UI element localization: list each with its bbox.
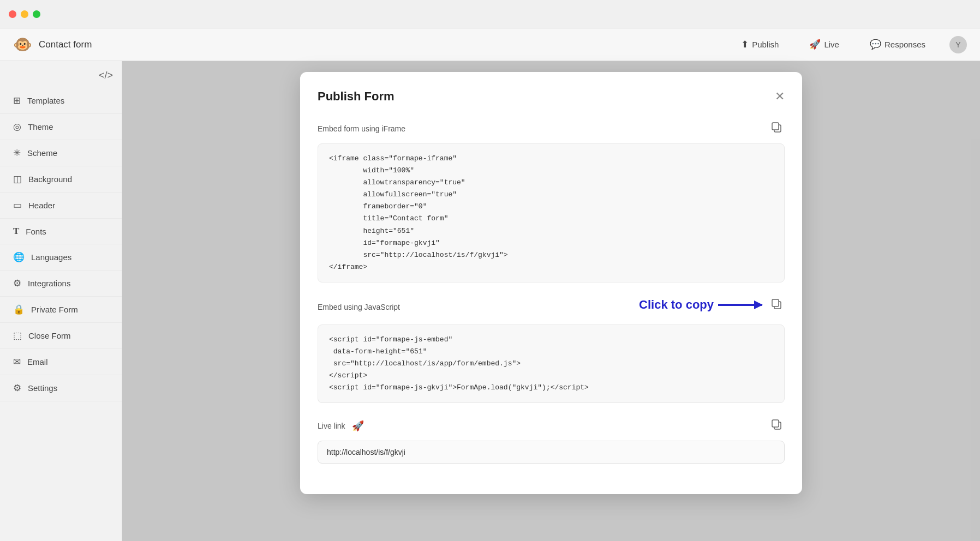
sidebar-item-integrations[interactable]: ⚙ Integrations [0, 270, 122, 297]
copy-icon [770, 121, 782, 133]
live-link-copy-button[interactable] [768, 416, 785, 435]
publish-label: Publish [752, 40, 779, 49]
sidebar-item-header[interactable]: ▭ Header [0, 193, 122, 219]
maximize-button[interactable] [33, 10, 40, 18]
sidebar-label-theme: Theme [28, 122, 53, 131]
iframe-code-box: <iframe class="formape-iframe" width="10… [318, 143, 785, 282]
publish-form-modal: Publish Form ✕ Embed form using iFrame [300, 72, 802, 494]
sidebar-item-email[interactable]: ✉ Email [0, 349, 122, 375]
settings-icon: ⚙ [13, 382, 21, 394]
live-button[interactable]: 🚀 Live [803, 35, 846, 53]
js-code-box: <script id="formape-js-embed" data-form-… [318, 324, 785, 403]
email-icon: ✉ [13, 356, 21, 368]
js-section-header: Embed using JavaScript Click to copy [318, 296, 785, 319]
click-to-copy-text: Click to copy [639, 298, 714, 312]
app-header: 🐵 Contact form ⬆ Publish 🚀 Live 💬 Respon… [0, 28, 980, 61]
fonts-icon: T [13, 226, 19, 237]
modal-overlay: Publish Form ✕ Embed form using iFrame [122, 61, 980, 541]
background-icon: ◫ [13, 173, 22, 185]
js-copy-icon [770, 298, 782, 310]
live-link-section-header: Live link 🚀 [318, 416, 785, 435]
languages-icon: 🌐 [13, 251, 25, 263]
sidebar: </> ⊞ Templates ◎ Theme ✳ Scheme ◫ Backg… [0, 61, 122, 541]
close-form-icon: ⬚ [13, 330, 22, 341]
sidebar-item-templates[interactable]: ⊞ Templates [0, 88, 122, 114]
responses-label: Responses [885, 40, 925, 49]
responses-button[interactable]: 💬 Responses [863, 35, 932, 53]
live-link-label: Live link [318, 422, 345, 430]
sidebar-label-fonts: Fonts [26, 227, 46, 236]
sidebar-label-private-form: Private Form [31, 305, 78, 314]
templates-icon: ⊞ [13, 95, 21, 106]
header-icon: ▭ [13, 200, 22, 211]
modal-title: Publish Form [318, 89, 395, 104]
sidebar-label-scheme: Scheme [27, 148, 57, 158]
sidebar-label-close-form: Close Form [28, 331, 71, 340]
publish-icon: ⬆ [741, 39, 749, 50]
minimize-button[interactable] [21, 10, 28, 18]
sidebar-code-toggle[interactable]: </> [0, 68, 122, 88]
content-area: Publish Form ✕ Embed form using iFrame [122, 61, 980, 541]
live-link-rocket-icon: 🚀 [352, 420, 364, 432]
live-link-input[interactable] [318, 441, 785, 464]
live-link-copy-icon [770, 418, 782, 430]
sidebar-item-fonts[interactable]: T Fonts [0, 219, 122, 244]
sidebar-label-languages: Languages [31, 253, 71, 262]
app-logo-icon: 🐵 [13, 35, 32, 53]
main-layout: </> ⊞ Templates ◎ Theme ✳ Scheme ◫ Backg… [0, 61, 980, 541]
private-form-icon: 🔒 [13, 304, 25, 315]
js-section-label: Embed using JavaScript [318, 303, 400, 311]
iframe-section-label: Embed form using iFrame [318, 124, 405, 133]
sidebar-label-templates: Templates [27, 96, 64, 105]
sidebar-label-header: Header [28, 201, 55, 210]
js-section: Embed using JavaScript Click to copy [318, 296, 785, 403]
theme-icon: ◎ [13, 121, 21, 133]
live-label: Live [824, 40, 839, 49]
sidebar-item-background[interactable]: ◫ Background [0, 166, 122, 193]
user-avatar[interactable]: Y [949, 36, 967, 53]
live-link-label-row: Live link 🚀 [318, 420, 364, 432]
sidebar-item-settings[interactable]: ⚙ Settings [0, 375, 122, 401]
sidebar-item-close-form[interactable]: ⬚ Close Form [0, 323, 122, 349]
publish-button[interactable]: ⬆ Publish [734, 35, 785, 53]
svg-rect-3 [772, 299, 779, 306]
js-copy-button[interactable] [768, 296, 785, 315]
click-to-copy-area: Click to copy [639, 296, 785, 315]
scheme-icon: ✳ [13, 147, 21, 159]
modal-header: Publish Form ✕ [318, 89, 785, 104]
close-button[interactable] [9, 10, 16, 18]
iframe-copy-button[interactable] [768, 119, 785, 138]
iframe-section-header: Embed form using iFrame [318, 119, 785, 138]
code-icon: </> [99, 70, 113, 81]
sidebar-item-private-form[interactable]: 🔒 Private Form [0, 297, 122, 323]
arrow-right-icon [718, 304, 762, 306]
iframe-section: Embed form using iFrame <iframe class="f… [318, 119, 785, 282]
code-toggle-button[interactable]: </> [99, 70, 113, 81]
svg-rect-1 [772, 123, 779, 130]
header-actions: ⬆ Publish 🚀 Live 💬 Responses Y [734, 35, 967, 53]
traffic-lights [9, 10, 40, 18]
modal-close-button[interactable]: ✕ [775, 91, 785, 103]
svg-rect-5 [772, 420, 779, 427]
sidebar-item-scheme[interactable]: ✳ Scheme [0, 140, 122, 166]
live-link-section: Live link 🚀 [318, 416, 785, 464]
sidebar-label-background: Background [28, 175, 72, 184]
integrations-icon: ⚙ [13, 278, 21, 289]
sidebar-item-theme[interactable]: ◎ Theme [0, 114, 122, 140]
app-title: Contact form [39, 39, 734, 50]
sidebar-item-languages[interactable]: 🌐 Languages [0, 244, 122, 270]
sidebar-label-integrations: Integrations [28, 279, 70, 288]
titlebar [0, 0, 980, 28]
sidebar-label-email: Email [27, 357, 48, 366]
live-icon: 🚀 [809, 39, 821, 50]
responses-icon: 💬 [870, 39, 881, 50]
sidebar-label-settings: Settings [28, 383, 57, 393]
